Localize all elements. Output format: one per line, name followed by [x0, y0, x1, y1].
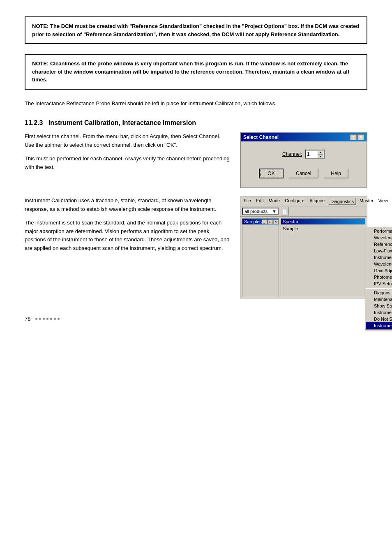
- samples-minimize[interactable]: _: [262, 220, 267, 224]
- col-right-bottom: File Edit Mode Configure Acquire Diagnos…: [240, 197, 367, 299]
- two-col-top: First select the channel. From the menu …: [25, 132, 367, 188]
- menu-master[interactable]: Master: [358, 198, 375, 205]
- dot-5: [50, 318, 52, 320]
- ctx-instrument-self-test[interactable]: Instrument Self Test: [366, 254, 392, 261]
- ctx-wavelength-linear-label: Wavelength Linearization: [374, 261, 392, 266]
- ctx-instrument-config[interactable]: Instrument Configuration: [366, 309, 392, 316]
- ctx-instrument-calibration[interactable]: Instrument Calibration: [366, 322, 392, 329]
- samples-close[interactable]: ✕: [273, 220, 279, 224]
- app-screenshot: File Edit Mode Configure Acquire Diagnos…: [240, 197, 367, 299]
- samples-title-btns: _ □ ✕: [262, 220, 279, 224]
- menu-configure[interactable]: Configure: [283, 198, 306, 205]
- products-dropdown[interactable]: all products ▼: [242, 208, 279, 215]
- samples-panel: Samples _ □ ✕: [242, 218, 279, 297]
- dialog-body: Channel: 1 ▲ ▼ OK Cancel Help: [241, 141, 367, 187]
- channel-input-box: 1 ▲ ▼: [305, 150, 325, 159]
- channel-spinner[interactable]: ▲ ▼: [318, 150, 323, 158]
- app-toolbar: all products ▼ 📄: [240, 206, 367, 217]
- ctx-diagnostic-db-label: Diagnostic Database: [374, 290, 392, 295]
- spinner-up[interactable]: ▲: [318, 150, 323, 154]
- ctx-reference-standard[interactable]: Reference Standard ▶: [366, 241, 392, 247]
- app-content-area: Samples _ □ ✕ Spectra Sample: [240, 217, 367, 299]
- note-box-2: NOTE: Cleanliness of the probe window is…: [25, 54, 367, 90]
- channel-row: Channel: 1 ▲ ▼: [247, 150, 360, 159]
- section-number: 11.2.3: [25, 119, 43, 126]
- spectra-titlebar: Spectra: [281, 219, 365, 224]
- ctx-maintenance-log[interactable]: Maintenance Log ▶: [366, 296, 392, 303]
- menu-file[interactable]: File: [242, 198, 253, 205]
- para-2: This must be performed for each channel.…: [25, 155, 230, 172]
- dialog-title: Select Channel: [243, 134, 279, 140]
- app-menubar: File Edit Mode Configure Acquire Diagnos…: [240, 197, 367, 206]
- ctx-instrument-config-label: Instrument Configuration: [374, 310, 392, 315]
- dialog-titlebar-buttons: ? ✕: [350, 134, 364, 140]
- body-text-1: The Interactance Reflectance Probe Barre…: [25, 99, 367, 108]
- dropdown-arrow[interactable]: ▼: [272, 209, 277, 214]
- section-heading: 11.2.3 Instrument Calibration, Interacta…: [25, 119, 367, 127]
- page-number: 78: [25, 316, 30, 322]
- ctx-low-flux-label: Low-Flux Test: [374, 248, 392, 253]
- two-col-bottom: Instrument Calibration uses a traceable,…: [25, 197, 367, 299]
- spinner-down[interactable]: ▼: [318, 154, 323, 158]
- para-3: Instrument Calibration uses a traceable,…: [25, 197, 230, 214]
- note-box-1: NOTE: The DCM must be created with "Refe…: [25, 16, 367, 44]
- footer-dots: [35, 318, 60, 320]
- dot-3: [43, 318, 45, 320]
- ctx-do-not-save-label: Do Not Save Results: [374, 317, 392, 321]
- col-left-top: First select the channel. From the menu …: [25, 132, 230, 188]
- dialog-close-button[interactable]: ✕: [357, 134, 364, 140]
- dot-2: [39, 318, 41, 320]
- menu-view[interactable]: View: [377, 198, 390, 205]
- help-button[interactable]: Help: [323, 169, 348, 178]
- page-footer: 78: [25, 316, 367, 322]
- ctx-wavelength-linear[interactable]: Wavelength Linearization: [366, 261, 392, 267]
- products-value: all products: [244, 209, 267, 214]
- ctx-ipv-setup-label: IPV Setup: [374, 281, 392, 286]
- ctx-wavelength-cert[interactable]: Wavelength Certification ▶: [366, 234, 392, 241]
- menu-edit[interactable]: Edit: [254, 198, 265, 205]
- dialog-titlebar: Select Channel ? ✕: [241, 133, 367, 141]
- ctx-diagnostic-db[interactable]: Diagnostic Database ▶: [366, 289, 392, 296]
- cancel-button[interactable]: Cancel: [288, 169, 318, 178]
- spectra-title: Spectra: [283, 219, 298, 224]
- ctx-photometric-test-label: Photometric Test: [374, 275, 392, 280]
- ctx-performance-test[interactable]: Performance Test ▶: [366, 228, 392, 234]
- dot-4: [46, 318, 48, 320]
- samples-titlebar: Samples _ □ ✕: [242, 219, 279, 224]
- dot-6: [54, 318, 56, 320]
- channel-value: 1: [307, 151, 318, 157]
- ctx-show-status[interactable]: Show Status: [366, 303, 392, 309]
- col-right-top: Select Channel ? ✕ Channel: 1 ▲ ▼: [240, 132, 367, 188]
- para-4: The instrument is set to scan the standa…: [25, 219, 230, 253]
- select-channel-dialog: Select Channel ? ✕ Channel: 1 ▲ ▼: [240, 132, 367, 188]
- menu-diagnostics[interactable]: Diagnostics: [328, 198, 356, 205]
- ctx-reference-standard-label: Reference Standard: [374, 242, 392, 247]
- ctx-gain-adjust-label: Gain Adjust: [374, 268, 392, 273]
- note-2-text: NOTE: Cleanliness of the probe window is…: [32, 60, 349, 83]
- diagnostics-context-menu: Performance Test ▶ Wavelength Certificat…: [365, 227, 392, 330]
- spectra-panel: Spectra Sample Performance Test ▶ Wavele…: [281, 218, 365, 297]
- ctx-show-status-label: Show Status: [374, 303, 392, 308]
- channel-label: Channel:: [282, 151, 302, 157]
- menu-acquire[interactable]: Acquire: [308, 198, 326, 205]
- ctx-ipv-setup[interactable]: IPV Setup: [366, 280, 392, 287]
- ctx-maintenance-log-label: Maintenance Log: [374, 297, 392, 302]
- samples-restore[interactable]: □: [267, 220, 273, 224]
- para-1: First select the channel. From the menu …: [25, 132, 230, 150]
- ctx-do-not-save[interactable]: Do Not Save Results: [366, 316, 392, 322]
- ctx-instrument-self-test-label: Instrument Self Test: [374, 255, 392, 260]
- ctx-photometric-test[interactable]: Photometric Test: [366, 274, 392, 280]
- dialog-footer: OK Cancel Help: [247, 169, 360, 183]
- ctx-instrument-calibration-label: Instrument Calibration: [374, 323, 392, 328]
- menu-mode[interactable]: Mode: [267, 198, 282, 205]
- sample-label: Sample: [283, 226, 298, 231]
- ok-button[interactable]: OK: [259, 169, 284, 178]
- col-left-bottom: Instrument Calibration uses a traceable,…: [25, 197, 230, 299]
- sample-label-area: Sample: [281, 224, 365, 233]
- ctx-performance-test-label: Performance Test: [374, 229, 392, 234]
- ctx-low-flux[interactable]: Low-Flux Test: [366, 247, 392, 254]
- note-1-text: NOTE: The DCM must be created with "Refe…: [32, 23, 359, 37]
- toolbar-icon-doc[interactable]: 📄: [281, 207, 289, 215]
- dialog-help-button[interactable]: ?: [350, 134, 357, 140]
- ctx-gain-adjust[interactable]: Gain Adjust: [366, 267, 392, 274]
